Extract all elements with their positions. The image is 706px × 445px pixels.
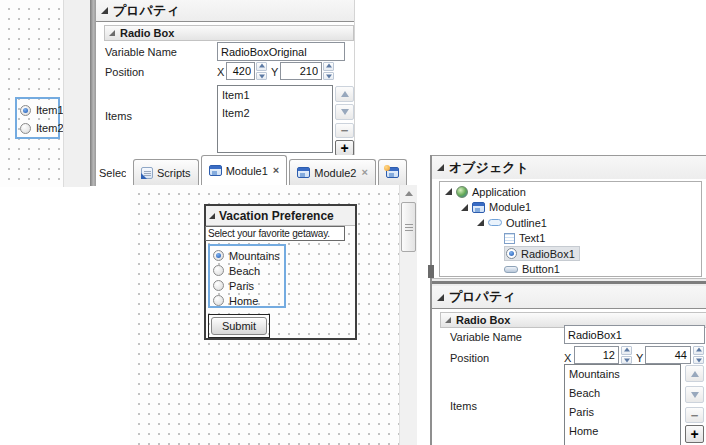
down-arrow-icon — [341, 109, 349, 119]
radio-option-item2[interactable]: Item2 — [20, 119, 58, 137]
up-arrow-icon — [341, 87, 349, 97]
radio-label: Home — [229, 295, 258, 307]
move-item-down-button[interactable] — [335, 104, 354, 120]
radio-option-mountains[interactable]: Mountains — [213, 248, 284, 263]
tree-item-text1[interactable]: Text1 — [440, 231, 701, 247]
sash-handle[interactable] — [428, 265, 434, 278]
items-listbox[interactable]: Mountains Beach Paris Home — [564, 364, 681, 445]
tab-new-module[interactable] — [378, 159, 407, 185]
tree-item-application[interactable]: Application — [440, 184, 701, 200]
y-position-input[interactable] — [645, 346, 691, 364]
tree-item-module1[interactable]: Module1 — [440, 200, 701, 216]
form-radio-box[interactable]: Mountains Beach Paris Home — [208, 244, 286, 308]
text-icon — [504, 233, 515, 244]
form-header[interactable]: Vacation Preference — [206, 206, 355, 226]
list-item[interactable]: Home — [565, 422, 680, 441]
x-position-input[interactable] — [226, 62, 255, 80]
radio-option-paris[interactable]: Paris — [213, 278, 284, 293]
original-canvas[interactable]: Item1 Item2 — [0, 0, 63, 187]
original-radio-box[interactable]: Item1 Item2 — [15, 97, 60, 139]
objects-tree[interactable]: Application Module1 Outline1 Text1 Radio… — [439, 181, 702, 277]
y-position-stepper[interactable] — [693, 346, 704, 364]
canvas-vertical-scrollbar[interactable] — [399, 185, 417, 445]
move-item-up-button[interactable] — [335, 86, 354, 102]
collapse-triangle-icon[interactable] — [109, 30, 115, 36]
position-label: Position — [105, 66, 144, 78]
close-tab-icon[interactable]: × — [272, 165, 279, 176]
radio-selected-icon[interactable] — [213, 250, 224, 261]
properties-panel-header[interactable]: プロパティ — [96, 0, 354, 22]
tree-item-button1[interactable]: Button1 — [440, 262, 701, 278]
remove-item-button[interactable]: − — [335, 123, 354, 138]
tree-item-radiobox1[interactable]: RadioBox1 — [440, 246, 701, 262]
y-label: Y — [271, 66, 278, 78]
radio-selected-icon[interactable] — [20, 105, 31, 116]
scroll-up-arrow-icon[interactable] — [400, 187, 417, 199]
expand-triangle-icon[interactable] — [445, 188, 452, 195]
x-position-stepper[interactable] — [256, 62, 267, 80]
minus-icon: − — [691, 408, 699, 423]
tree-item-outline1[interactable]: Outline1 — [440, 215, 701, 231]
scripts-icon — [141, 167, 153, 179]
items-label: Items — [450, 400, 477, 412]
collapse-triangle-icon[interactable] — [209, 213, 215, 219]
variable-name-input[interactable] — [564, 325, 705, 344]
outline-icon — [488, 219, 502, 226]
tab-module1[interactable]: Module1 × — [201, 155, 288, 185]
expand-triangle-icon[interactable] — [461, 204, 468, 211]
y-position-input[interactable] — [280, 62, 322, 80]
add-item-button[interactable]: + — [685, 425, 704, 443]
x-position-stepper[interactable] — [621, 346, 632, 364]
y-label: Y — [636, 352, 643, 364]
submit-button[interactable]: Submit — [211, 317, 267, 335]
x-label: X — [564, 352, 571, 364]
move-item-down-button[interactable] — [685, 386, 704, 403]
list-item[interactable]: Mountains — [565, 365, 680, 384]
variable-name-label: Variable Name — [105, 46, 177, 58]
remove-item-button[interactable]: − — [685, 407, 704, 423]
section-radio-box[interactable]: Radio Box — [104, 25, 354, 41]
designer-canvas[interactable]: Vacation Preference Select your favorite… — [130, 185, 399, 445]
position-label: Position — [450, 352, 489, 364]
objects-panel-header[interactable]: オブジェクト — [432, 155, 706, 179]
radio-option-item1[interactable]: Item1 — [20, 101, 58, 119]
collapse-triangle-icon[interactable] — [101, 7, 108, 14]
radio-unselected-icon[interactable] — [213, 265, 224, 276]
tab-module2[interactable]: Module2 × — [289, 159, 376, 185]
radio-option-beach[interactable]: Beach — [213, 263, 284, 278]
x-position-input[interactable] — [574, 346, 619, 364]
variable-name-input[interactable] — [217, 42, 345, 61]
y-position-stepper[interactable] — [323, 62, 334, 80]
radio-unselected-icon[interactable] — [213, 295, 224, 306]
list-item[interactable]: Item2 — [218, 104, 332, 122]
form-prompt-text[interactable]: Select your favorite getaway. — [205, 226, 345, 241]
canvas-gutter — [63, 0, 90, 187]
list-item[interactable]: Paris — [565, 403, 680, 422]
tab-scripts[interactable]: Scripts — [133, 159, 199, 185]
items-listbox[interactable]: Item1 Item2 — [217, 85, 333, 153]
vacation-form[interactable]: Vacation Preference Select your favorite… — [204, 204, 357, 340]
radio-label: Mountains — [229, 250, 280, 262]
properties-panel-header[interactable]: プロパティ — [432, 286, 706, 309]
collapse-triangle-icon[interactable] — [437, 294, 444, 301]
panel-title: プロパティ — [113, 2, 180, 20]
list-item[interactable]: Item1 — [218, 86, 332, 104]
collapse-triangle-icon[interactable] — [445, 317, 451, 323]
radio-option-home[interactable]: Home — [213, 293, 284, 308]
horizontal-sash[interactable] — [432, 278, 706, 286]
down-arrow-icon — [691, 392, 699, 402]
items-label: Items — [105, 110, 132, 122]
move-item-up-button[interactable] — [685, 365, 704, 382]
radio-unselected-icon[interactable] — [20, 123, 31, 134]
close-tab-icon[interactable]: × — [360, 167, 367, 178]
collapse-triangle-icon[interactable] — [437, 164, 444, 171]
scrollbar-thumb[interactable] — [401, 202, 416, 252]
selected-tree-item[interactable]: RadioBox1 — [504, 246, 580, 261]
list-item[interactable]: Beach — [565, 384, 680, 403]
module-icon — [472, 202, 485, 213]
radio-unselected-icon[interactable] — [213, 280, 224, 291]
expand-triangle-icon[interactable] — [477, 219, 484, 226]
editor-tab-bar: Scripts Module1 × Module2 × — [133, 155, 407, 185]
add-item-button[interactable]: + — [335, 140, 354, 156]
tree-item-label: Module1 — [489, 201, 531, 213]
